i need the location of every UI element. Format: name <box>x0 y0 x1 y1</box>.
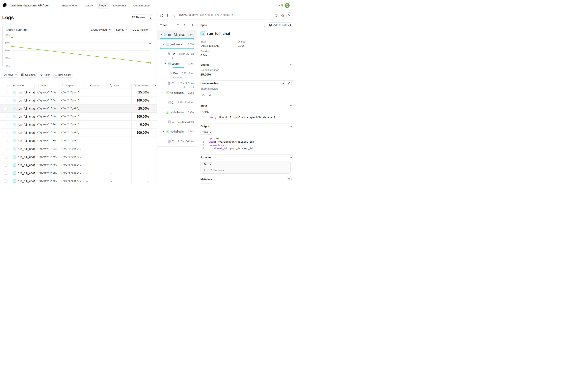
svg-text:60%: 60% <box>5 41 10 44</box>
svg-text:0%: 0% <box>6 65 10 67</box>
svg-text:80%: 80% <box>5 34 10 36</box>
svg-text:40%: 40% <box>5 49 10 52</box>
svg-text:20%: 20% <box>5 57 10 60</box>
